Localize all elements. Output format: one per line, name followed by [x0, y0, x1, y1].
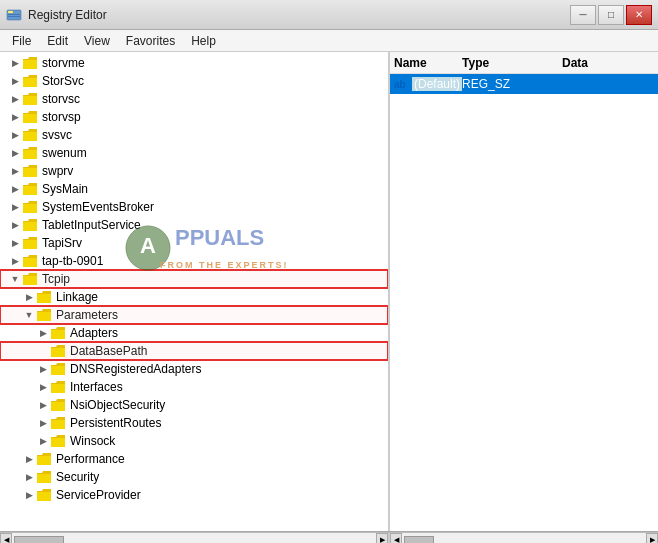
tree-label-ServiceProvider: ServiceProvider: [54, 488, 141, 502]
expander-storvme[interactable]: ▶: [8, 56, 22, 70]
tree-item-swenum[interactable]: ▶ swenum: [0, 144, 388, 162]
menu-view[interactable]: View: [76, 32, 118, 50]
close-button[interactable]: ✕: [626, 5, 652, 25]
hscroll-right-arrow[interactable]: ▶: [376, 533, 388, 544]
tree-label-Tcpip: Tcpip: [40, 272, 70, 286]
tree-item-Adapters[interactable]: ▶ Adapters: [0, 324, 388, 342]
reg-type-default: REG_SZ: [462, 77, 562, 91]
tree-label-NsiObjectSecurity: NsiObjectSecurity: [68, 398, 165, 412]
expander-storvsp[interactable]: ▶: [8, 110, 22, 124]
tree-item-TabletInputService[interactable]: ▶ TabletInputService: [0, 216, 388, 234]
right-hscroll-right[interactable]: ▶: [646, 533, 658, 543]
folder-icon-swenum: [22, 146, 38, 160]
tree-item-Performance[interactable]: ▶ Performance: [0, 450, 388, 468]
expander-Performance[interactable]: ▶: [22, 452, 36, 466]
col-header-type: Type: [462, 56, 562, 70]
tree-item-storvsc[interactable]: ▶ storvsc: [0, 90, 388, 108]
svg-rect-3: [8, 16, 20, 17]
folder-icon-Parameters: [36, 308, 52, 322]
tree-item-ServiceProvider[interactable]: ▶ ServiceProvider: [0, 486, 388, 504]
expander-Tcpip[interactable]: ▼: [8, 272, 22, 286]
expander-storvsc[interactable]: ▶: [8, 92, 22, 106]
expander-Security[interactable]: ▶: [22, 470, 36, 484]
tree-item-SystemEventsBroker[interactable]: ▶ SystemEventsBroker: [0, 198, 388, 216]
tree-item-PersistentRoutes[interactable]: ▶ PersistentRoutes: [0, 414, 388, 432]
tree-item-Winsock[interactable]: ▶ Winsock: [0, 432, 388, 450]
tree-label-swprv: swprv: [40, 164, 73, 178]
expander-PersistentRoutes[interactable]: ▶: [36, 416, 50, 430]
left-hscroll[interactable]: ◀ ▶: [0, 533, 390, 543]
tree-item-storvme[interactable]: ▶ storvme: [0, 54, 388, 72]
right-hscroll-thumb[interactable]: [404, 536, 434, 543]
expander-TabletInputService[interactable]: ▶: [8, 218, 22, 232]
menu-bar: File Edit View Favorites Help: [0, 30, 658, 52]
tree-label-SystemEventsBroker: SystemEventsBroker: [40, 200, 154, 214]
menu-edit[interactable]: Edit: [39, 32, 76, 50]
hscroll-thumb-left[interactable]: [14, 536, 64, 544]
title-bar-controls: ─ □ ✕: [570, 5, 652, 25]
expander-Adapters[interactable]: ▶: [36, 326, 50, 340]
tree-item-Interfaces[interactable]: ▶ Interfaces: [0, 378, 388, 396]
expander-swprv[interactable]: ▶: [8, 164, 22, 178]
tree-item-DataBasePath[interactable]: ▶ DataBasePath: [0, 342, 388, 360]
tree-item-storvsp[interactable]: ▶ storvsp: [0, 108, 388, 126]
expander-svsvc[interactable]: ▶: [8, 128, 22, 142]
tree-label-tap-tb-0901: tap-tb-0901: [40, 254, 103, 268]
tree-item-swprv[interactable]: ▶ swprv: [0, 162, 388, 180]
tree-item-svsvc[interactable]: ▶ svsvc: [0, 126, 388, 144]
folder-icon-ServiceProvider: [36, 488, 52, 502]
right-hscroll-left[interactable]: ◀: [390, 533, 402, 543]
expander-Linkage[interactable]: ▶: [22, 290, 36, 304]
restore-button[interactable]: □: [598, 5, 624, 25]
expander-tap-tb-0901[interactable]: ▶: [8, 254, 22, 268]
folder-icon-TabletInputService: [22, 218, 38, 232]
expander-StorSvc[interactable]: ▶: [8, 74, 22, 88]
menu-help[interactable]: Help: [183, 32, 224, 50]
expander-ServiceProvider[interactable]: ▶: [22, 488, 36, 502]
tree-item-Parameters[interactable]: ▼ Parameters: [0, 306, 388, 324]
title-bar-title: Registry Editor: [28, 8, 107, 22]
menu-favorites[interactable]: Favorites: [118, 32, 183, 50]
reg-row-default[interactable]: ab (Default) REG_SZ: [390, 74, 658, 94]
minimize-button[interactable]: ─: [570, 5, 596, 25]
right-scroll[interactable]: ab (Default) REG_SZ: [390, 74, 658, 531]
right-hscroll[interactable]: ◀ ▶: [390, 533, 658, 543]
tree-item-NsiObjectSecurity[interactable]: ▶ NsiObjectSecurity: [0, 396, 388, 414]
expander-Parameters[interactable]: ▼: [22, 308, 36, 322]
tree-item-TapiSrv[interactable]: ▶ TapiSrv: [0, 234, 388, 252]
expander-Interfaces[interactable]: ▶: [36, 380, 50, 394]
tree-item-Tcpip[interactable]: ▼ Tcpip: [0, 270, 388, 288]
tree-label-Performance: Performance: [54, 452, 125, 466]
folder-icon-PersistentRoutes: [50, 416, 66, 430]
title-bar: Registry Editor ─ □ ✕: [0, 0, 658, 30]
tree-item-SysMain[interactable]: ▶ SysMain: [0, 180, 388, 198]
menu-file[interactable]: File: [4, 32, 39, 50]
expander-Winsock[interactable]: ▶: [36, 434, 50, 448]
tree-label-Linkage: Linkage: [54, 290, 98, 304]
tree-label-Adapters: Adapters: [68, 326, 118, 340]
expander-TapiSrv[interactable]: ▶: [8, 236, 22, 250]
expander-swenum[interactable]: ▶: [8, 146, 22, 160]
tree-item-Linkage[interactable]: ▶ Linkage: [0, 288, 388, 306]
expander-SysMain[interactable]: ▶: [8, 182, 22, 196]
expander-NsiObjectSecurity[interactable]: ▶: [36, 398, 50, 412]
tree-label-storvsp: storvsp: [40, 110, 81, 124]
folder-icon-SystemEventsBroker: [22, 200, 38, 214]
tree-scroll[interactable]: ▶ storvme ▶ StorSvc ▶ storvsc: [0, 52, 388, 531]
expander-DNSRegisteredAdapters[interactable]: ▶: [36, 362, 50, 376]
tree-label-Parameters: Parameters: [54, 308, 118, 322]
tree-item-Security[interactable]: ▶ Security: [0, 468, 388, 486]
app-icon: [6, 7, 22, 23]
folder-icon-StorSvc: [22, 74, 38, 88]
folder-icon-DataBasePath: [50, 344, 66, 358]
folder-icon-tap-tb-0901: [22, 254, 38, 268]
expander-SystemEventsBroker[interactable]: ▶: [8, 200, 22, 214]
tree-label-swenum: swenum: [40, 146, 87, 160]
folder-icon-Linkage: [36, 290, 52, 304]
reg-ab-icon: ab: [394, 79, 412, 90]
hscroll-left-arrow[interactable]: ◀: [0, 533, 12, 544]
tree-item-DNSRegisteredAdapters[interactable]: ▶ DNSRegisteredAdapters: [0, 360, 388, 378]
tree-item-StorSvc[interactable]: ▶ StorSvc: [0, 72, 388, 90]
folder-icon-svsvc: [22, 128, 38, 142]
tree-item-tap-tb-0901[interactable]: ▶ tap-tb-0901: [0, 252, 388, 270]
